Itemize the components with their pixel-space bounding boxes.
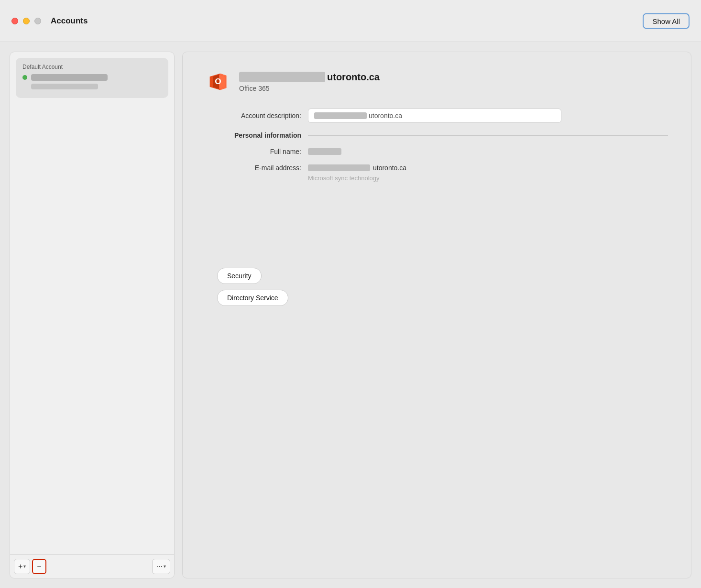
titlebar: Accounts Show All — [0, 0, 701, 42]
account-card-row-email — [22, 74, 162, 81]
sidebar-toolbar: + ▾ − ··· ▾ — [10, 554, 174, 578]
directory-service-button[interactable]: Directory Service — [217, 290, 288, 306]
form-row-personal-info: Personal information — [206, 131, 668, 139]
account-card-title: Default Account — [22, 64, 162, 70]
form-row-fullname: Full name: — [206, 148, 668, 155]
form-row-description: Account description: utoronto.ca — [206, 109, 668, 123]
ellipsis-icon: ··· — [156, 562, 163, 571]
full-name-blurred — [308, 148, 341, 155]
email-blurred — [308, 164, 370, 171]
traffic-lights — [11, 18, 41, 24]
minus-icon: − — [37, 562, 41, 571]
account-email-header: utoronto.ca — [239, 72, 380, 83]
email-blurred-block — [239, 72, 325, 82]
account-email-blurred — [31, 74, 108, 81]
email-address-label: E-mail address: — [206, 164, 301, 172]
status-dot-online — [22, 75, 27, 80]
sidebar: Default Account + ▾ − ··· ▾ — [10, 52, 175, 578]
personal-info-label: Personal information — [206, 131, 301, 139]
svg-text:O: O — [215, 76, 221, 86]
security-button[interactable]: Security — [217, 268, 262, 284]
full-name-label: Full name: — [206, 148, 301, 155]
full-name-value — [308, 148, 341, 155]
fullscreen-button[interactable] — [34, 18, 41, 24]
account-sub-blurred — [31, 84, 98, 89]
more-options-button[interactable]: ··· ▾ — [152, 559, 170, 574]
account-card-row-sub — [22, 84, 162, 89]
form-row-email: E-mail address: utoronto.ca — [206, 164, 668, 172]
main-content: Default Account + ▾ − ··· ▾ — [0, 42, 701, 588]
email-address-value: utoronto.ca — [308, 164, 406, 172]
sync-tech-label: Microsoft sync technology — [308, 174, 668, 182]
plus-icon: + — [18, 562, 22, 571]
account-description-input[interactable]: utoronto.ca — [308, 109, 561, 123]
chevron-down-icon: ▾ — [23, 564, 26, 569]
personal-info-divider — [308, 135, 668, 136]
remove-account-button[interactable]: − — [32, 559, 46, 574]
account-header: O utoronto.ca Office 365 — [206, 69, 668, 94]
minimize-button[interactable] — [23, 18, 30, 24]
window-title: Accounts — [51, 16, 88, 26]
office365-icon: O — [206, 69, 230, 94]
add-account-button[interactable]: + ▾ — [14, 559, 30, 574]
account-description-label: Account description: — [206, 112, 301, 120]
account-type: Office 365 — [239, 85, 380, 92]
description-blurred — [314, 112, 367, 119]
sidebar-list: Default Account — [10, 52, 174, 554]
description-domain: utoronto.ca — [369, 112, 402, 120]
account-card-default[interactable]: Default Account — [16, 58, 168, 98]
show-all-button[interactable]: Show All — [643, 13, 690, 29]
close-button[interactable] — [11, 18, 18, 24]
account-header-info: utoronto.ca Office 365 — [239, 72, 380, 92]
email-domain-value: utoronto.ca — [373, 164, 406, 172]
account-email-domain: utoronto.ca — [327, 72, 380, 83]
detail-panel: O utoronto.ca Office 365 Account descrip… — [182, 52, 691, 578]
chevron-down-icon: ▾ — [164, 564, 166, 569]
action-buttons: Security Directory Service — [217, 268, 668, 306]
